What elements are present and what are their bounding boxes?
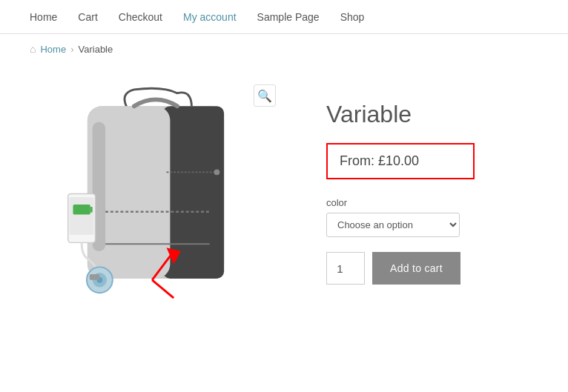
quantity-input[interactable] <box>326 252 365 285</box>
zoom-button[interactable]: 🔍 <box>254 84 276 107</box>
product-image <box>30 79 282 330</box>
nav-my-account[interactable]: My account <box>183 11 237 23</box>
breadcrumb-separator: › <box>70 44 73 55</box>
nav-sample-page[interactable]: Sample Page <box>257 11 320 23</box>
backpack-illustration <box>44 86 267 323</box>
zoom-icon: 🔍 <box>257 89 272 103</box>
svg-rect-11 <box>90 207 93 213</box>
svg-rect-9 <box>70 197 94 234</box>
nav-shop[interactable]: Shop <box>340 11 365 23</box>
add-to-cart-row: Add to cart <box>326 252 538 285</box>
breadcrumb-home-link[interactable]: Home <box>40 44 66 55</box>
price-box: From: £10.00 <box>326 143 475 179</box>
breadcrumb: ⌂ Home › Variable <box>0 34 568 64</box>
color-attribute-label: color <box>326 197 538 208</box>
svg-line-17 <box>152 280 174 298</box>
price-label: From: £10.00 <box>340 153 419 168</box>
breadcrumb-current: Variable <box>79 44 113 55</box>
svg-rect-10 <box>73 205 90 215</box>
svg-point-6 <box>214 169 220 175</box>
home-icon: ⌂ <box>30 43 36 55</box>
product-page: 🔍 Variable From: £10.00 color Choose an … <box>0 64 568 360</box>
color-attribute: color Choose an option Red Blue Black <box>326 197 538 252</box>
product-details: Variable From: £10.00 color Choose an op… <box>326 79 538 285</box>
nav-home[interactable]: Home <box>30 11 57 23</box>
svg-rect-15 <box>90 274 100 280</box>
nav-checkout[interactable]: Checkout <box>119 11 162 23</box>
product-title: Variable <box>326 101 538 128</box>
main-nav: Home Cart Checkout My account Sample Pag… <box>0 0 568 34</box>
color-select[interactable]: Choose an option Red Blue Black <box>326 213 460 237</box>
product-image-wrapper: 🔍 <box>30 79 282 330</box>
nav-cart[interactable]: Cart <box>78 11 97 23</box>
add-to-cart-button[interactable]: Add to cart <box>372 252 460 285</box>
